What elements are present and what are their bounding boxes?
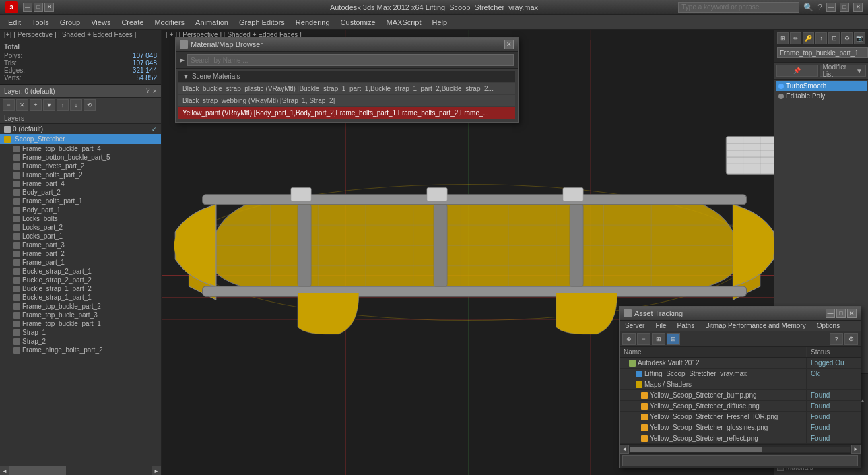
search-input[interactable] [678, 2, 799, 13]
layer-help-btn[interactable]: ? [146, 87, 150, 95]
layer-item-12[interactable]: Locks_part_1 [0, 232, 161, 241]
layer-item-6[interactable]: Frame_part_4 [0, 179, 161, 188]
asset-tool-4[interactable]: ⊟ [667, 333, 680, 345]
layer-tool-icon6[interactable]: ↓ [70, 99, 82, 111]
layer-item-group[interactable]: Scoop_Stretcher [0, 134, 161, 144]
asset-menu-file[interactable]: File [650, 321, 671, 331]
mod-tool-icon6[interactable]: ⚙ [841, 32, 853, 44]
asset-row-4[interactable]: Yellow_Scoop_Stretcher_diffuse.png Found [620, 401, 861, 412]
asset-menu-bitmap[interactable]: Bitmap Performance and Memory [700, 321, 811, 331]
asset-row-3[interactable]: Yellow_Scoop_Stretcher_bump.png Found [620, 390, 861, 401]
layer-item-8[interactable]: Frame_bolts_part_1 [0, 197, 161, 205]
pin-icon[interactable]: 📌 [776, 65, 818, 77]
layer-tool-icon4[interactable]: ▼ [43, 99, 55, 111]
layer-item-21[interactable]: Frame_top_bucle_part_3 [0, 311, 161, 319]
layer-item-4[interactable]: Frame_rivets_part_2 [0, 162, 161, 170]
maximize-icon[interactable]: □ [34, 3, 43, 12]
mod-tool-icon4[interactable]: ↕ [815, 32, 827, 44]
win-close-icon[interactable]: ✕ [853, 3, 863, 12]
layer-item-5[interactable]: Frame_bolts_part_2 [0, 170, 161, 179]
asset-scroll-left[interactable]: ◄ [620, 445, 629, 454]
menu-rendering[interactable]: Rendering [290, 15, 335, 30]
mod-tool-icon3[interactable]: 🔑 [803, 32, 814, 44]
menu-help[interactable]: Help [427, 15, 453, 30]
scroll-track[interactable] [9, 466, 152, 475]
layer-item-11[interactable]: Locks_part_2 [0, 223, 161, 232]
asset-maximize-btn[interactable]: □ [836, 309, 846, 318]
layer-item-19[interactable]: Buckle_strap_1_part_1 [0, 293, 161, 302]
asset-scroll-track[interactable] [630, 447, 850, 452]
asset-row-6[interactable]: Yellow_Scoop_Stretcher_glossines.png Fou… [620, 422, 861, 433]
win-minimize-icon[interactable]: — [826, 3, 836, 12]
menu-group[interactable]: Group [55, 15, 86, 30]
asset-search-input[interactable] [622, 455, 858, 466]
asset-menu-server[interactable]: Server [620, 321, 650, 331]
asset-minimize-btn[interactable]: — [826, 309, 835, 318]
asset-tool-settings[interactable]: ⚙ [844, 333, 858, 345]
layer-tool-icon3[interactable]: + [30, 99, 42, 111]
menu-animation[interactable]: Animation [190, 15, 234, 30]
menu-maxscript[interactable]: MAXScript [381, 15, 427, 30]
asset-menu-paths[interactable]: Paths [672, 321, 700, 331]
layer-item-7[interactable]: Body_part_2 [0, 188, 161, 197]
layer-item-18[interactable]: Buckle_strap_1_part_2 [0, 284, 161, 293]
layer-item-13[interactable]: Frame_part_3 [0, 241, 161, 249]
mat-item-1[interactable]: Black_strap_webbing (VRayMtl) [Strap_1, … [178, 95, 515, 106]
asset-row-0[interactable]: Autodesk Vault 2012 Logged Ou [620, 358, 861, 369]
help-icon[interactable]: ? [817, 3, 822, 12]
layer-tool-icon2[interactable]: ✕ [16, 99, 28, 111]
menu-customize[interactable]: Customize [335, 15, 381, 30]
asset-tool-2[interactable]: ≡ [637, 333, 650, 345]
asset-row-2[interactable]: Maps / Shaders [620, 379, 861, 390]
mod-tool-icon5[interactable]: ⊡ [828, 32, 840, 44]
asset-row-5[interactable]: Yellow_Scoop_Stretcher_Fresnel_IOR.png F… [620, 412, 861, 422]
menu-tools[interactable]: Tools [26, 15, 55, 30]
layer-list[interactable]: 0 (default) ✓ Scoop_Stretcher Frame_top_… [0, 124, 161, 466]
asset-close-btn[interactable]: ✕ [847, 309, 857, 318]
layer-item-15[interactable]: Frame_part_1 [0, 258, 161, 267]
layer-tool-icon5[interactable]: ↑ [57, 99, 69, 111]
layer-item-16[interactable]: Buckle_strap_2_part_1 [0, 267, 161, 276]
layer-item-3[interactable]: Frame_botton_buckle_part_5 [0, 153, 161, 162]
asset-menu-options[interactable]: Options [811, 321, 845, 331]
layer-tool-icon7[interactable]: ⟲ [84, 99, 96, 111]
layer-item-17[interactable]: Buckle_strap_2_part_2 [0, 276, 161, 284]
asset-tool-3[interactable]: ⊞ [652, 333, 665, 345]
search-icon[interactable]: 🔍 [803, 3, 813, 12]
layer-item-default[interactable]: 0 (default) ✓ [0, 124, 161, 134]
mat-item-2[interactable]: Yellow_paint (VRayMtl) [Body_part_1,Body… [178, 107, 515, 119]
win-maximize-icon[interactable]: □ [840, 3, 849, 12]
layer-item-20[interactable]: Frame_top_buckle_part_2 [0, 302, 161, 311]
minimize-icon[interactable]: — [23, 3, 32, 12]
asset-tool-1[interactable]: ⊕ [622, 333, 636, 345]
asset-scroll-right[interactable]: ► [851, 445, 861, 454]
menu-modifiers[interactable]: Modifiers [149, 15, 190, 30]
object-name-input[interactable] [777, 47, 868, 58]
modifier-list-dropdown[interactable]: Modifier List ▼ [820, 65, 867, 77]
layer-item-2[interactable]: Frame_top_buckle_part_4 [0, 144, 161, 153]
scroll-left-arrow[interactable]: ◄ [0, 466, 9, 475]
mod-tool-icon1[interactable]: ⊞ [777, 32, 789, 44]
mod-tool-icon2[interactable]: ✏ [790, 32, 801, 44]
modifier-editablepolyentry[interactable]: Editable Poly [776, 91, 867, 101]
asset-row-7[interactable]: Yellow_Scoop_Stretcher_reflect.png Found [620, 433, 861, 444]
layer-item-25[interactable]: Frame_hinge_bolts_part_2 [0, 346, 161, 354]
layer-tool-icon1[interactable]: ≡ [3, 99, 15, 111]
asset-list[interactable]: Autodesk Vault 2012 Logged Ou Lifting_Sc… [620, 358, 861, 444]
menu-edit[interactable]: Edit [3, 15, 26, 30]
layer-item-10[interactable]: Locks_bolts [0, 214, 161, 223]
menu-views[interactable]: Views [86, 15, 116, 30]
layer-close-btn[interactable]: × [153, 87, 157, 95]
scroll-right-arrow[interactable]: ► [152, 466, 161, 475]
material-browser-close-btn[interactable]: ✕ [504, 40, 514, 49]
layer-item-23[interactable]: Strap_1 [0, 328, 161, 337]
layer-item-22[interactable]: Frame_top_buckle_part_1 [0, 319, 161, 328]
layer-item-9[interactable]: Body_part_1 [0, 205, 161, 214]
asset-tool-help[interactable]: ? [830, 333, 843, 345]
layer-scrollbar[interactable]: ◄ ► [0, 466, 161, 475]
menu-graph-editors[interactable]: Graph Editors [234, 15, 290, 30]
close-icon[interactable]: ✕ [44, 3, 54, 12]
asset-scrollbar[interactable]: ◄ ► [620, 444, 861, 453]
layer-item-24[interactable]: Strap_2 [0, 337, 161, 346]
modifier-turbosmoothentry[interactable]: TurboSmooth [776, 81, 867, 91]
